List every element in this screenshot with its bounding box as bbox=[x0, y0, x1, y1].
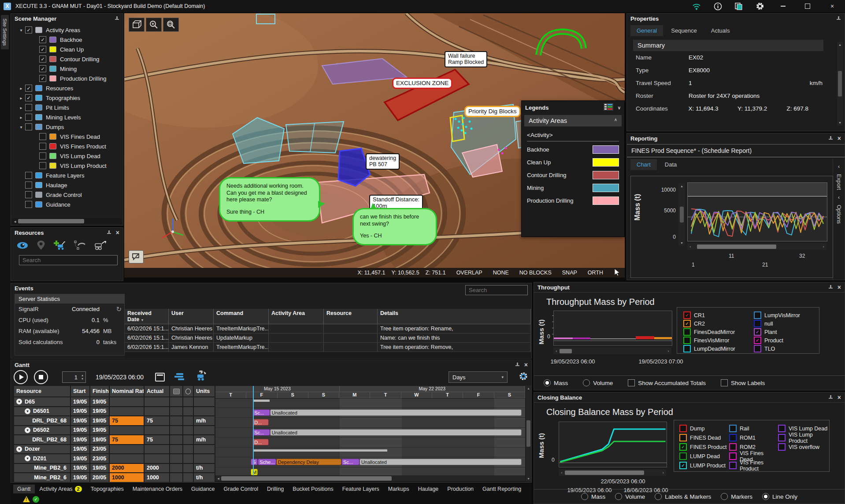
row-expander-icon[interactable]: ▾ bbox=[25, 456, 30, 461]
events-table-row[interactable]: 6/02/2026 15:1... James Kennon TreeItemM… bbox=[125, 343, 531, 352]
gantt-day-header[interactable]: S bbox=[308, 392, 339, 398]
expander-icon[interactable] bbox=[17, 125, 25, 130]
legend-item[interactable]: ✓ CR2 bbox=[683, 319, 754, 328]
bottom-tab[interactable]: Feature Layers bbox=[338, 485, 383, 493]
cell-resource[interactable]: ▾Mine_PB2_6 bbox=[14, 473, 70, 482]
chevron-down-icon[interactable]: ∨ bbox=[618, 105, 621, 110]
snap-mode-toggle[interactable]: ORTH bbox=[588, 270, 603, 276]
scrollbar-thumb[interactable] bbox=[838, 71, 842, 96]
legend-item[interactable]: ✓ FINES Product bbox=[679, 442, 729, 452]
col-actual[interactable]: Actual bbox=[144, 385, 170, 397]
chart-horizontal-scrollbar[interactable]: ‹› bbox=[687, 243, 826, 250]
gantt-bar[interactable]: S bbox=[251, 459, 258, 465]
properties-tab[interactable]: General bbox=[630, 25, 663, 36]
scrollbar-thumb[interactable] bbox=[221, 476, 392, 481]
gantt-day-header[interactable]: S bbox=[278, 392, 308, 398]
bottom-tab[interactable]: Haulage bbox=[414, 485, 443, 493]
report-selector[interactable]: FINES Prod Sequence* - (Schedule Report) bbox=[627, 144, 845, 157]
markup-tool-button[interactable] bbox=[129, 250, 144, 263]
cell-resource[interactable]: ▾Mine_PB2_6 bbox=[14, 463, 70, 473]
visibility-checkbox[interactable]: ✓ bbox=[39, 56, 46, 63]
settings-gear-icon[interactable] bbox=[755, 1, 765, 11]
gantt-day-header[interactable]: F bbox=[463, 392, 494, 398]
col-units[interactable]: Units bbox=[193, 385, 215, 397]
legend-checkbox[interactable]: ✓ bbox=[754, 320, 761, 327]
gantt-bar[interactable]: D... bbox=[252, 419, 269, 426]
legend-checkbox[interactable]: ✓ bbox=[729, 452, 737, 460]
legends-section-header[interactable]: Activity Areas∧ bbox=[524, 115, 622, 126]
legend-item[interactable]: ✓ CR1 bbox=[683, 311, 754, 319]
events-column-header[interactable]: Details bbox=[378, 309, 531, 324]
chart-horizontal-scrollbar[interactable]: ‹› bbox=[553, 348, 671, 354]
gantt-day-header[interactable]: T bbox=[370, 392, 401, 398]
legend-item[interactable]: ✓ VIS overflow bbox=[778, 442, 829, 452]
zoom-window-button[interactable] bbox=[163, 18, 179, 32]
chart-control[interactable]: Volume bbox=[615, 493, 645, 500]
scene-tree-item[interactable]: ✓ Production Drilling bbox=[12, 74, 122, 83]
warning-icon[interactable] bbox=[23, 496, 30, 502]
cell-resource[interactable]: ▾D6501 bbox=[14, 407, 70, 416]
events-column-header[interactable]: User bbox=[169, 309, 214, 324]
chart-control[interactable]: Markers bbox=[721, 493, 752, 500]
cell-resource[interactable]: ▾DRL_PB2_68 bbox=[14, 416, 70, 426]
cell-resource[interactable]: ▾DZ01 bbox=[14, 454, 70, 463]
scene-tree-item[interactable]: ✓ Guidance bbox=[12, 200, 122, 209]
gantt-bar[interactable]: Sc... bbox=[252, 409, 270, 416]
gantt-day-header[interactable]: S bbox=[494, 392, 525, 398]
legend-checkbox[interactable]: ✓ bbox=[729, 443, 737, 451]
markup-wall-failure[interactable]: Wall failure Ramp Blocked bbox=[445, 51, 487, 67]
visibility-checkbox[interactable]: ✓ bbox=[39, 65, 46, 72]
gantt-bar[interactable] bbox=[253, 449, 387, 452]
reassign-resource-icon[interactable] bbox=[94, 240, 107, 252]
bottom-tab[interactable]: Drilling bbox=[263, 485, 288, 493]
legend-checkbox[interactable]: ✓ bbox=[683, 337, 691, 344]
row-expander-icon[interactable]: ▾ bbox=[16, 446, 22, 452]
close-panel-icon[interactable]: × bbox=[838, 284, 841, 290]
bottom-tab[interactable]: Markups bbox=[384, 485, 413, 493]
col-start[interactable]: Start bbox=[70, 385, 90, 397]
horizontal-scrollbar[interactable]: ◂ bbox=[12, 218, 122, 224]
scene-tree-item[interactable]: ✓ Haulage bbox=[12, 180, 122, 190]
snap-mode-toggle[interactable]: OVERLAP bbox=[456, 270, 482, 276]
scene-tree-item[interactable]: ✓ Mining Levels bbox=[12, 112, 122, 122]
pin-icon[interactable] bbox=[115, 16, 119, 21]
reporting-tab[interactable]: Chart bbox=[630, 159, 657, 170]
bottom-tab[interactable]: Maintenance Orders bbox=[129, 485, 186, 493]
legend-checkbox[interactable]: ✓ bbox=[754, 311, 761, 319]
gantt-horizontal-scrollbar[interactable]: ◂ bbox=[215, 475, 525, 481]
chart-zoom-scrollbar[interactable]: ▴▾ bbox=[678, 183, 685, 246]
gantt-bar[interactable]: Sc... bbox=[341, 459, 359, 465]
legend-item[interactable]: ✓ FinesVisMirror bbox=[683, 336, 754, 345]
scrollbar-thumb[interactable] bbox=[565, 471, 644, 475]
legend-checkbox[interactable]: ✓ bbox=[754, 345, 761, 352]
visibility-checkbox[interactable]: ✓ bbox=[39, 36, 46, 43]
legend-checkbox[interactable]: ✓ bbox=[778, 443, 786, 451]
col-clock-icon[interactable] bbox=[183, 385, 193, 397]
documents-icon[interactable] bbox=[734, 1, 744, 11]
chart-control[interactable]: Show Accumulated Totals bbox=[628, 379, 706, 386]
scrollbar-thumb[interactable] bbox=[680, 207, 684, 222]
legend-item[interactable]: ✓ LumpVisMirror bbox=[754, 311, 800, 319]
visibility-checkbox[interactable]: ✓ bbox=[25, 172, 32, 179]
scene-tree-item[interactable]: ✓ Resources bbox=[12, 83, 122, 93]
locate-pin-icon[interactable] bbox=[37, 240, 45, 252]
visibility-checkbox[interactable]: ✓ bbox=[39, 46, 46, 53]
scene-tree-item[interactable]: ✓ VIS Lump Dead bbox=[12, 151, 122, 161]
pin-icon[interactable] bbox=[836, 16, 841, 21]
legend-checkbox[interactable]: ✓ bbox=[683, 311, 691, 319]
expander-icon[interactable] bbox=[17, 28, 25, 33]
chevron-up-icon[interactable]: ∧ bbox=[614, 117, 617, 124]
cell-resource[interactable]: ▾DRL_PB2_68 bbox=[14, 435, 70, 445]
expander-icon[interactable] bbox=[17, 86, 25, 91]
scene-tree-item[interactable]: ✓ VIS Fines Dead bbox=[12, 132, 122, 141]
legend-checkbox[interactable]: ✓ bbox=[679, 434, 687, 441]
legend-item[interactable]: ✓ Dump bbox=[679, 424, 729, 433]
cell-nominal-rate[interactable] bbox=[109, 397, 144, 407]
titlebar[interactable]: X XECUTE 3.3 - GNAM MUT - Day01 - Stocky… bbox=[0, 0, 845, 12]
legend-checkbox[interactable]: ✓ bbox=[729, 434, 737, 441]
close-panel-icon[interactable]: × bbox=[838, 394, 841, 400]
zoom-in-button[interactable] bbox=[146, 18, 162, 32]
snap-mode-toggle[interactable]: SNAP bbox=[562, 270, 577, 276]
scene-tree-item[interactable]: ✓ Grade Control bbox=[12, 190, 122, 200]
legend-checkbox[interactable]: ✓ bbox=[679, 425, 687, 432]
